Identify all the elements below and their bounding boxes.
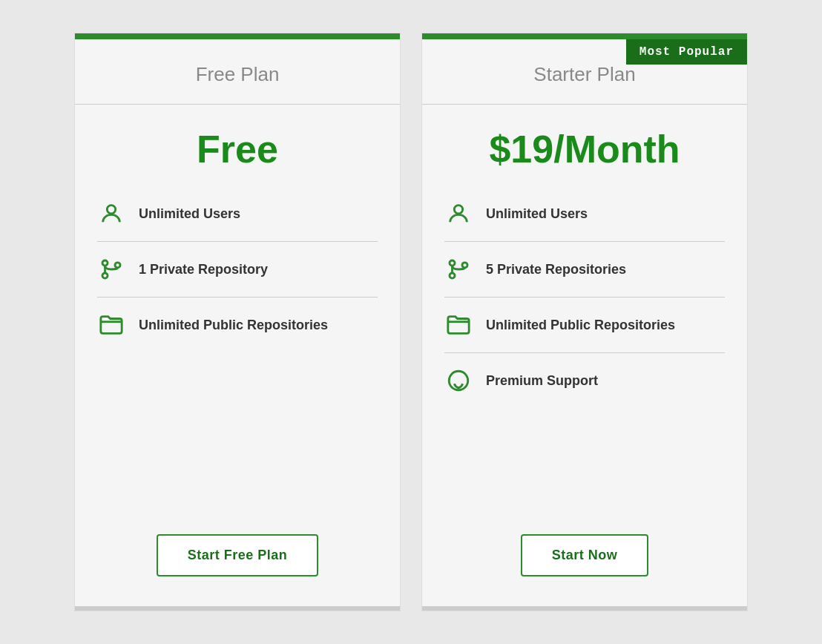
folder-icon	[97, 311, 125, 339]
svg-point-8	[462, 263, 467, 268]
free-plan-price: Free	[75, 105, 400, 186]
starter-plan-price: $19/Month	[422, 105, 747, 186]
free-plan-features: Unlimited Users 1 Private Repository	[75, 186, 400, 512]
most-popular-badge: Most Popular	[626, 39, 747, 65]
starter-plan-bottom-bar	[422, 606, 747, 611]
starter-plan-card: Most Popular Starter Plan $19/Month Unli…	[421, 33, 748, 611]
free-plan-card: Free Plan Free Unlimited Users	[74, 33, 401, 611]
starter-plan-features: Unlimited Users 5 Private Repositories	[422, 186, 747, 512]
folder-icon	[444, 311, 473, 339]
free-plan-top-bar	[75, 33, 400, 39]
free-plan-button-wrapper: Start Free Plan	[75, 512, 400, 606]
free-public-repos-text: Unlimited Public Repositories	[139, 318, 328, 333]
free-users-text: Unlimited Users	[139, 206, 240, 222]
starter-feature-support: Premium Support	[444, 353, 725, 408]
free-feature-users: Unlimited Users	[97, 186, 378, 242]
free-feature-private-repos: 1 Private Repository	[97, 242, 378, 298]
free-feature-public-repos: Unlimited Public Repositories	[97, 298, 378, 352]
user-icon	[97, 200, 125, 228]
svg-point-7	[450, 273, 455, 278]
free-plan-bottom-bar	[75, 606, 400, 611]
free-plan-title: Free Plan	[75, 39, 400, 105]
starter-feature-users: Unlimited Users	[444, 186, 725, 242]
svg-point-3	[115, 263, 120, 268]
svg-point-5	[454, 206, 462, 214]
chat-icon	[444, 367, 473, 395]
free-private-repos-text: 1 Private Repository	[139, 262, 268, 277]
starter-users-text: Unlimited Users	[486, 206, 588, 222]
starter-private-repos-text: 5 Private Repositories	[486, 262, 626, 277]
svg-point-1	[102, 260, 108, 266]
start-now-button[interactable]: Start Now	[521, 534, 649, 576]
svg-point-0	[107, 206, 115, 214]
git-branch-icon	[444, 255, 473, 283]
starter-plan-button-wrapper: Start Now	[422, 512, 747, 606]
svg-point-6	[450, 260, 455, 266]
git-branch-icon	[97, 255, 125, 283]
starter-public-repos-text: Unlimited Public Repositories	[486, 318, 675, 333]
starter-plan-top-bar	[422, 33, 747, 39]
starter-feature-public-repos: Unlimited Public Repositories	[444, 298, 725, 353]
starter-feature-private-repos: 5 Private Repositories	[444, 242, 725, 298]
plans-container: Free Plan Free Unlimited Users	[45, 3, 777, 641]
user-icon	[444, 200, 473, 228]
starter-support-text: Premium Support	[486, 373, 598, 389]
start-free-plan-button[interactable]: Start Free Plan	[157, 534, 319, 576]
svg-point-2	[102, 273, 108, 278]
